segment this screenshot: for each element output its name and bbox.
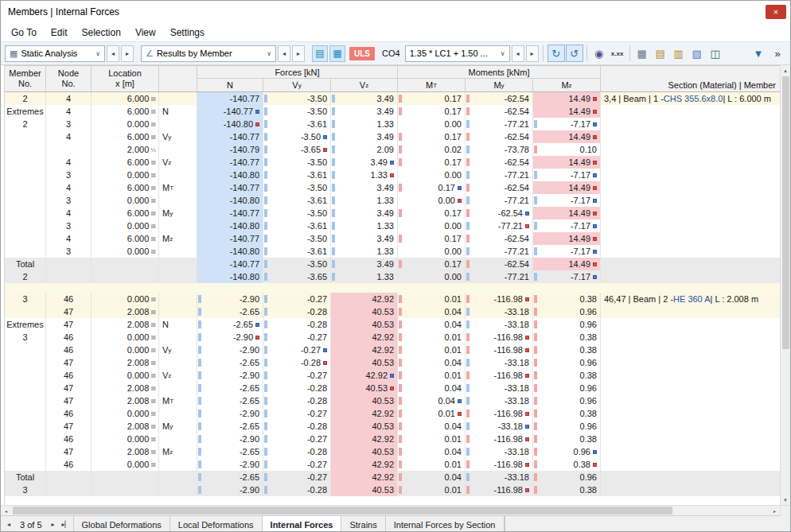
- results-prev-button[interactable]: ◂: [278, 45, 290, 62]
- col-header-location[interactable]: Locationx [m]: [92, 66, 159, 91]
- menu-view[interactable]: View: [128, 25, 163, 40]
- excel-export-icon[interactable]: ◫: [707, 45, 724, 62]
- member-cell: [5, 181, 46, 194]
- location-marker-icon: ⊠: [150, 223, 156, 230]
- scroll-left-icon[interactable]: ◂: [1, 506, 11, 516]
- analysis-type-combo[interactable]: ▦ Static Analysis ∨: [5, 45, 105, 62]
- analysis-prev-button[interactable]: ◂: [107, 45, 119, 62]
- col-header-vy[interactable]: Vy: [263, 79, 331, 91]
- member-cell: [5, 394, 46, 407]
- table-row[interactable]: Total-2.65-0.2742.920.04-33.180.96: [5, 471, 780, 483]
- show-result-diagrams-icon[interactable]: ↺: [566, 45, 583, 62]
- tab-strains[interactable]: Strains: [341, 516, 385, 532]
- col-header-mz[interactable]: Mz: [533, 79, 601, 91]
- table-row[interactable]: Extremes472.008⊠N-2.65-0.2840.530.04-33.…: [5, 318, 780, 331]
- prev-table-button[interactable]: ◂: [3, 521, 14, 528]
- menu-edit[interactable]: Edit: [44, 25, 75, 40]
- table-row[interactable]: 30.000⊠-140.80-3.611.330.00-77.21-7.17: [5, 194, 780, 207]
- combination-next-button[interactable]: ▸: [526, 45, 539, 62]
- open-table-icon[interactable]: ▤: [652, 45, 669, 62]
- value-cell: 0.01: [398, 293, 466, 305]
- table-row[interactable]: 460.000⊠Vy-2.90-0.2742.920.01-116.980.38: [5, 344, 780, 356]
- table-row[interactable]: 3-2.90-0.2840.530.01-116.980.38: [5, 483, 780, 496]
- result-viewer-icon[interactable]: ◉: [590, 45, 608, 62]
- filter-icon[interactable]: ▼: [750, 45, 767, 62]
- result-values-toggle-icon[interactable]: ▦: [329, 45, 345, 62]
- value-bar: [466, 410, 470, 417]
- section-link[interactable]: HE 360 A: [673, 294, 710, 304]
- result-table-toggle-icon[interactable]: ▤: [312, 45, 328, 62]
- table-row[interactable]: 460.000⊠-2.90-0.2742.920.01-116.980.38: [5, 458, 780, 471]
- table-row[interactable]: 472.008⊠MT-2.65-0.2840.530.04-33.180.96: [5, 394, 780, 407]
- table-row[interactable]: 3460.000⊠-2.90-0.2742.920.01-116.980.38: [5, 331, 780, 344]
- scroll-up-icon[interactable]: ▲: [781, 65, 791, 76]
- table-row[interactable]: 472.008⊠Mz-2.65-0.2840.530.04-33.180.96: [5, 445, 780, 458]
- table-row[interactable]: 2.000⅓-140.79-3.652.090.02-73.780.10: [5, 143, 780, 156]
- table-row[interactable]: 472.008⊠-2.65-0.2840.530.04-33.180.96: [5, 305, 780, 318]
- tab-internal-forces[interactable]: Internal Forces: [262, 516, 342, 532]
- table-row[interactable]: 472.008⊠My-2.65-0.2840.530.04-33.180.96: [5, 420, 780, 433]
- tab-global-deformations[interactable]: Global Deformations: [73, 516, 170, 532]
- close-button[interactable]: ×: [766, 5, 786, 19]
- node-cell: 47: [46, 382, 92, 394]
- col-header-mt[interactable]: MT: [398, 79, 466, 91]
- diagram-view-icon[interactable]: ▧: [688, 45, 706, 62]
- table-grid-icon[interactable]: ▦: [633, 45, 651, 62]
- table-row[interactable]: Total-140.77-3.503.490.17-62.5414.49: [5, 258, 780, 270]
- value-cell: 0.17: [398, 92, 466, 105]
- combination-prev-button[interactable]: ◂: [512, 45, 524, 62]
- decimal-places-icon[interactable]: x.xx: [609, 45, 626, 62]
- value-cell: 0.04: [398, 394, 466, 407]
- section-link[interactable]: CHS 355.6x8.0: [664, 94, 723, 103]
- scroll-down-icon[interactable]: ▼: [781, 495, 791, 505]
- vertical-scrollbar-thumb[interactable]: [782, 76, 789, 349]
- tab-local-deformations[interactable]: Local Deformations: [170, 516, 263, 532]
- value-cell: -140.80: [197, 194, 263, 207]
- next-table-button[interactable]: ▸: [48, 521, 59, 528]
- table-row[interactable]: 46.000⊠Vy-140.77-3.503.490.17-62.5414.49: [5, 130, 780, 143]
- vertical-scrollbar[interactable]: ▲ ▼: [780, 65, 790, 505]
- save-table-icon[interactable]: ▥: [670, 45, 688, 62]
- table-row[interactable]: 46.000⊠MT-140.77-3.503.490.17-62.5414.49: [5, 181, 780, 194]
- value-bar: [264, 273, 267, 281]
- menu-selection[interactable]: Selection: [75, 25, 128, 40]
- table-row[interactable]: 30.000⊠-140.80-3.611.330.00-77.21-7.17: [5, 245, 780, 258]
- horizontal-scrollbar-track[interactable]: [11, 506, 770, 516]
- col-header-node[interactable]: NodeNo.: [46, 66, 92, 91]
- table-row[interactable]: 472.008⊠-2.65-0.2840.530.04-33.180.96: [5, 356, 780, 369]
- show-result-values-icon[interactable]: ↻: [547, 45, 565, 62]
- col-header-n[interactable]: N: [197, 79, 263, 91]
- table-row[interactable]: 3460.000⊠-2.90-0.2742.920.01-116.980.384…: [5, 293, 780, 305]
- last-table-button[interactable]: ▸▏: [60, 521, 72, 528]
- table-row[interactable]: Extremes46.000⊠N-140.77-3.503.490.17-62.…: [5, 105, 780, 118]
- value-cell: 0.38: [533, 369, 601, 382]
- toolbar-overflow-chevron[interactable]: »: [769, 45, 786, 62]
- table-row[interactable]: 46.000⊠My-140.77-3.503.490.17-62.5414.49: [5, 207, 780, 219]
- tab-internal-forces-by-section[interactable]: Internal Forces by Section: [385, 516, 505, 532]
- table-row[interactable]: 46.000⊠Mz-140.77-3.503.490.17-62.5414.49: [5, 232, 780, 245]
- col-header-member[interactable]: MemberNo.: [5, 66, 46, 91]
- horizontal-scrollbar-thumb[interactable]: [13, 507, 672, 515]
- table-row[interactable]: 230.000⊠-140.80-3.611.330.00-77.21-7.17: [5, 118, 780, 130]
- table-row[interactable]: 246.000⊠-140.77-3.503.490.17-62.5414.493…: [5, 92, 780, 105]
- table-row[interactable]: 30.000⊠-140.80-3.611.330.00-77.21-7.17: [5, 219, 780, 232]
- menu-settings[interactable]: Settings: [163, 25, 212, 40]
- value-bar: [466, 107, 470, 115]
- load-combination-combo[interactable]: 1.35 * LC1 + 1.50 ... ∨: [405, 45, 510, 62]
- results-next-button[interactable]: ▸: [292, 45, 305, 62]
- analysis-next-button[interactable]: ▸: [121, 45, 134, 62]
- menu-go-to[interactable]: Go To: [4, 25, 44, 40]
- value-bar: [399, 308, 402, 316]
- scroll-right-icon[interactable]: ▸: [770, 506, 780, 516]
- table-row[interactable]: 472.008⊠-2.65-0.2840.530.04-33.180.96: [5, 382, 780, 394]
- table-row[interactable]: 460.000⊠-2.90-0.2742.920.01-116.980.38: [5, 433, 780, 445]
- table-row[interactable]: 460.000⊠-2.90-0.2742.920.01-116.980.38: [5, 407, 780, 420]
- col-header-vz[interactable]: Vz: [331, 79, 398, 91]
- table-row[interactable]: 30.000⊠-140.80-3.611.330.00-77.21-7.17: [5, 169, 780, 181]
- col-header-my[interactable]: My: [466, 79, 533, 91]
- table-row[interactable]: 2-140.80-3.651.330.00-77.21-7.17: [5, 270, 780, 283]
- results-mode-combo[interactable]: ∠ Results by Member ∨: [141, 45, 276, 62]
- horizontal-scrollbar[interactable]: ◂ ▸: [1, 505, 790, 515]
- table-row[interactable]: 46.000⊠Vz-140.77-3.503.490.17-62.5414.49: [5, 156, 780, 169]
- table-row[interactable]: 460.000⊠Vz-2.90-0.2742.920.01-116.980.38: [5, 369, 780, 382]
